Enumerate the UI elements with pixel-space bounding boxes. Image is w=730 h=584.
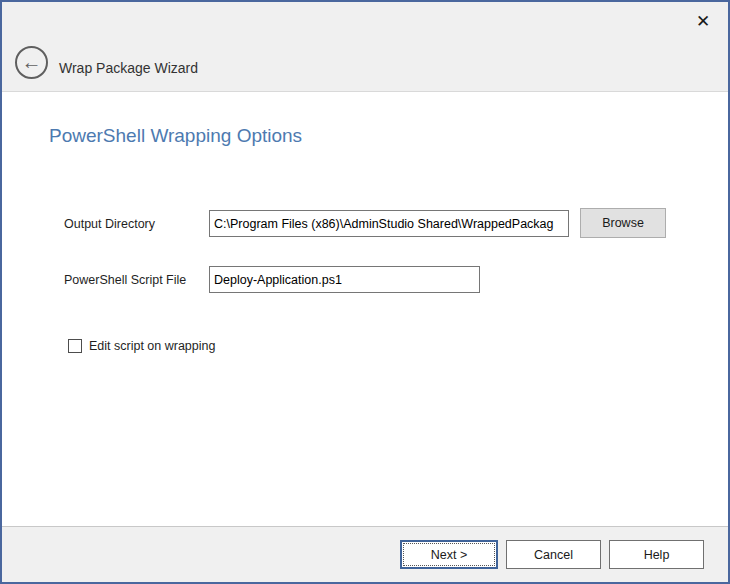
close-icon[interactable]: ✕ <box>686 6 720 36</box>
script-file-label: PowerShell Script File <box>64 273 186 287</box>
next-button[interactable]: Next > <box>400 540 498 569</box>
help-button[interactable]: Help <box>609 540 704 569</box>
edit-script-label[interactable]: Edit script on wrapping <box>89 339 215 353</box>
edit-script-checkbox[interactable] <box>68 339 82 353</box>
output-directory-label: Output Directory <box>64 217 155 231</box>
output-directory-input[interactable] <box>209 210 569 237</box>
back-button[interactable]: ← <box>15 46 48 79</box>
back-arrow-icon: ← <box>22 52 42 72</box>
cancel-button[interactable]: Cancel <box>506 540 601 569</box>
browse-button[interactable]: Browse <box>580 208 666 238</box>
page-title: PowerShell Wrapping Options <box>49 125 302 147</box>
script-file-input[interactable] <box>209 266 480 293</box>
wizard-header: ✕ ← Wrap Package Wizard <box>2 2 728 92</box>
wizard-window: ✕ ← Wrap Package Wizard PowerShell Wrapp… <box>0 0 730 584</box>
wizard-footer: Next > Cancel Help <box>2 526 728 582</box>
edit-script-row: Edit script on wrapping <box>68 339 215 353</box>
wizard-title: Wrap Package Wizard <box>59 60 198 76</box>
